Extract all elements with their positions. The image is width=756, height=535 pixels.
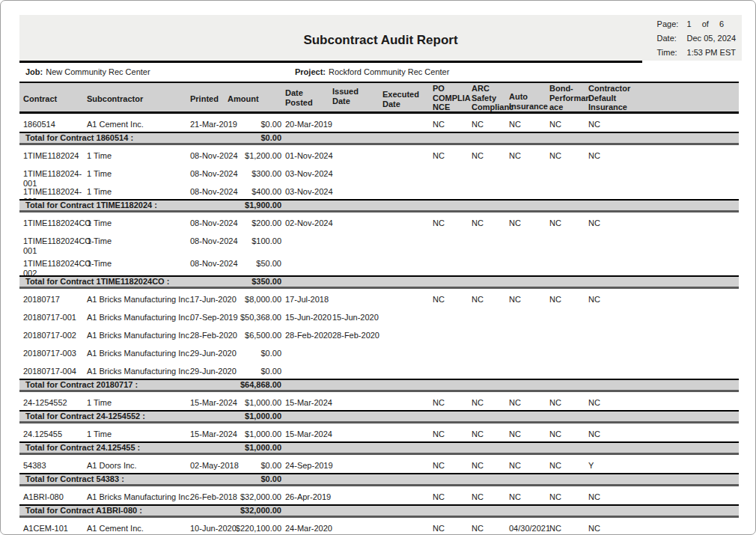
contract-total-label: Total for Contract 1TIME1182024 : (25, 201, 157, 210)
cell-auto-insurance: NC (509, 492, 521, 502)
page-number: 1 (687, 19, 692, 28)
cell-subcontractor: A1 Bricks Manufacturing Inc. (87, 313, 189, 322)
page-info-date-row: Date: Dec 05, 2024 (657, 31, 736, 46)
table-row: 1TIME1182024CO1 Time08-Nov-2024$200.0002… (19, 213, 739, 230)
table-row: A1BRI-080A1 Bricks Manufacturing Inc.26-… (19, 486, 739, 504)
cell-contract: 24-1254552 (23, 398, 89, 408)
cell-arc-safety: NC (472, 398, 484, 408)
cell-arc-safety: NC (472, 295, 484, 305)
contract-total-row: Total for Contract 20180717 :$64,868.00 (19, 379, 739, 392)
cell-date-posted: 24-Sep-2019 (285, 461, 333, 471)
cell-auto-insurance: NC (509, 295, 521, 305)
contract-total-row: Total for Contract 24-1254552 :$1,000.00 (19, 410, 739, 424)
contract-total-amount: $1,000.00 (213, 443, 281, 453)
table-row: 1TIME11820241 Time08-Nov-2024$1,200.0001… (19, 145, 739, 163)
cell-date-posted: 01-Nov-2024 (285, 151, 333, 161)
job-field: Job:New Community Rec Center (25, 67, 150, 76)
cell-amount: $50.00 (213, 259, 281, 269)
cell-amount: $200.00 (213, 218, 281, 228)
cell-auto-insurance: NC (509, 151, 521, 161)
table-row: 1TIME1182024CO- 0011 Time08-Nov-2024$100… (19, 230, 739, 253)
contract-total-label: Total for Contract 1860514 : (25, 133, 133, 143)
cell-subcontractor: 1 Time (87, 187, 189, 197)
cell-subcontractor: 1 Time (87, 236, 189, 246)
cell-bond-performance: NC (549, 218, 561, 228)
cell-auto-insurance: NC (509, 120, 521, 129)
cell-date-posted: 17-Jul-2018 (285, 295, 329, 305)
cell-auto-insurance: 04/30/2021 (509, 524, 550, 534)
contract-total-row: Total for Contract A1BRI-080 :$32,000.00 (19, 504, 739, 518)
cell-date-posted: 03-Nov-2024 (285, 187, 333, 197)
cell-subcontractor: 1 Time (87, 259, 189, 269)
cell-amount: $100.00 (213, 236, 281, 246)
page-info: Page: 1of6 Date: Dec 05, 2024 Time: 1:53… (657, 17, 736, 60)
cell-contractor-default: NC (588, 398, 600, 408)
cell-amount: $400.00 (213, 187, 281, 197)
cell-subcontractor: 1 Time (87, 218, 189, 228)
cell-contract: 24.125455 (23, 429, 89, 439)
cell-auto-insurance: NC (509, 218, 521, 228)
column-header-amount: Amount (228, 94, 259, 104)
column-header-contract: Contract (23, 94, 57, 104)
cell-contract: 1TIME1182024CO (23, 218, 89, 228)
cell-po-compliance: NC (433, 524, 445, 534)
cell-subcontractor: A1 Bricks Manufacturing Inc. (87, 367, 189, 376)
cell-date-posted: 15-Mar-2024 (285, 429, 332, 439)
cell-contract: 20180717-003 (23, 349, 89, 358)
cell-date-posted: 02-Nov-2024 (285, 218, 333, 228)
time-value: 1:53 PM EST (687, 46, 736, 60)
cell-contract: 1860514 (23, 120, 89, 129)
cell-amount: $0.00 (213, 120, 281, 129)
job-project-line: Job:New Community Rec Center Project:Roc… (19, 67, 742, 79)
cell-bond-performance: NC (549, 492, 561, 502)
cell-subcontractor: A1 Bricks Manufacturing Inc. (87, 349, 189, 358)
cell-amount: $50,368.00 (213, 313, 281, 322)
table-row: 20180717-003A1 Bricks Manufacturing Inc.… (19, 343, 739, 361)
cell-arc-safety: NC (472, 429, 484, 439)
cell-auto-insurance: NC (509, 398, 521, 408)
cell-amount: $1,000.00 (213, 429, 281, 439)
report-header-band: Subcontract Audit Report Page: 1of6 Date… (19, 15, 742, 61)
cell-amount: $0.00 (213, 349, 281, 358)
contract-total-row: Total for Contract 54383 :$0.00 (19, 473, 739, 486)
page-total: 6 (719, 19, 724, 28)
cell-issued-date: 15-Jun-2020 (332, 313, 379, 322)
project-field: Project:Rockford Community Rec Center (295, 67, 449, 76)
date-label: Date: (657, 31, 687, 46)
cell-contractor-default: NC (588, 151, 600, 161)
cell-contract: 20180717-001 (23, 313, 89, 322)
contract-total-row: Total for Contract 1860514 :$0.00 (19, 132, 739, 145)
cell-subcontractor: A1 Cement Inc. (87, 524, 189, 534)
cell-date-posted: 26-Apr-2019 (285, 492, 331, 502)
page-value: 1of6 (687, 17, 724, 31)
cell-subcontractor: A1 Bricks Manufacturing Inc. (87, 492, 189, 502)
table-row: 20180717-004A1 Bricks Manufacturing Inc.… (19, 361, 739, 379)
date-value: Dec 05, 2024 (687, 31, 736, 46)
column-header-subcontractor: Subcontractor (87, 94, 143, 104)
contract-total-row: Total for Contract 1TIME1182024CO :$350.… (19, 275, 739, 289)
cell-arc-safety: NC (472, 461, 484, 471)
cell-amount: $220,100.00 (213, 524, 281, 534)
cell-amount: $8,000.00 (213, 295, 281, 305)
cell-po-compliance: NC (433, 492, 445, 502)
table-row: 1TIME1182024-0021 Time08-Nov-2024$400.00… (19, 181, 739, 199)
cell-po-compliance: NC (433, 218, 445, 228)
report-page: Subcontract Audit Report Page: 1of6 Date… (0, 0, 756, 535)
cell-date-posted: 24-Mar-2020 (285, 524, 332, 534)
column-header-bond-performance: Bond- Performan ace (549, 84, 591, 112)
cell-bond-performance: NC (549, 524, 561, 534)
cell-subcontractor: A1 Bricks Manufacturing Inc. (87, 331, 189, 340)
cell-contractor-default: Y (588, 461, 594, 471)
job-value: New Community Rec Center (46, 67, 150, 76)
table-row: 20180717-002A1 Bricks Manufacturing Inc.… (19, 325, 739, 343)
cell-date-posted: 03-Nov-2024 (285, 169, 333, 179)
page-info-page-row: Page: 1of6 (657, 17, 736, 31)
cell-contract: 54383 (23, 461, 89, 471)
cell-contractor-default: NC (588, 218, 600, 228)
contract-total-amount: $1,000.00 (213, 412, 281, 421)
contract-total-amount: $64,868.00 (213, 380, 281, 390)
cell-amount: $1,200.00 (213, 151, 281, 161)
contract-total-label: Total for Contract A1BRI-080 : (25, 506, 142, 516)
table-row: 24-12545521 Time15-Mar-2024$1,000.0015-M… (19, 392, 739, 410)
cell-date-posted: 28-Feb-2020 (285, 331, 332, 340)
